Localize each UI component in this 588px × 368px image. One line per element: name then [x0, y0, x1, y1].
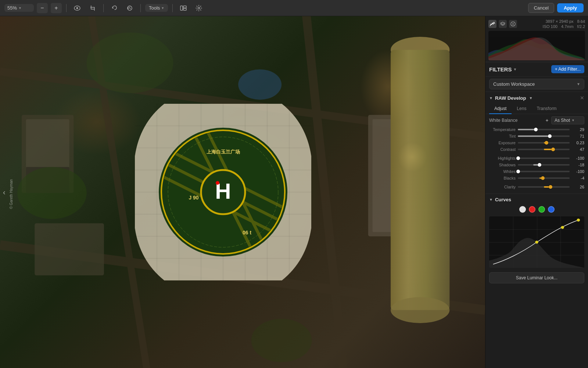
save-luminar-look-button[interactable]: Save Luminar Look... [489, 272, 584, 283]
curve-red-channel[interactable] [529, 206, 535, 213]
raw-develop-header[interactable]: ▼ RAW Develop ▼ ✕ [485, 92, 588, 104]
histogram-icon-btn[interactable] [488, 20, 496, 28]
svg-point-25 [87, 32, 173, 93]
exposure-thumb[interactable] [545, 141, 548, 145]
svg-rect-9 [183, 8, 186, 10]
tint-value: 71 [572, 134, 584, 138]
temperature-row: Temperature 29 [489, 127, 584, 132]
svg-text:06 t: 06 t [243, 230, 251, 236]
curves-header[interactable]: ▼ Curves [485, 194, 588, 204]
clarity-thumb[interactable] [549, 185, 552, 189]
curves-section: ▼ Curves [485, 194, 588, 288]
histogram-graph [488, 31, 585, 60]
eyedropper-icon[interactable]: ✦ [545, 118, 549, 123]
preview-button[interactable] [71, 3, 83, 13]
histogram-area: 3897 × 2940 px 8-bit ISO 100 4.7mm f/2.2 [485, 16, 588, 62]
tab-adjust[interactable]: Adjust [489, 104, 512, 114]
canvas-area[interactable]: 上海白玉兰广场 J 90 06 t H ‹ © Gareth Hayman [0, 16, 485, 368]
raw-develop-dropdown-icon: ▼ [529, 96, 533, 100]
curves-expand-icon: ▼ [489, 198, 493, 202]
right-panel: 3897 × 2940 px 8-bit ISO 100 4.7mm f/2.2 [485, 16, 588, 368]
svg-point-23 [391, 297, 449, 323]
whites-slider[interactable] [518, 171, 570, 172]
layout-toggle-button[interactable] [177, 3, 190, 13]
exposure-row: Exposure 0.23 [489, 141, 584, 145]
blacks-row: Blacks -4 [489, 176, 584, 180]
curve-green-channel[interactable] [538, 206, 545, 213]
clarity-label: Clarity [489, 185, 516, 189]
workspace-label: Custom Workspace [493, 81, 535, 87]
blacks-value: -4 [572, 176, 584, 180]
curves-line-svg [489, 216, 584, 268]
whites-thumb[interactable] [516, 170, 520, 173]
tools-menu[interactable]: Tools ▼ [145, 4, 168, 12]
crop-button[interactable] [86, 3, 99, 13]
workspace-row: Custom Workspace ▼ [485, 77, 588, 92]
highlights-slider[interactable] [518, 158, 570, 159]
svg-rect-4 [94, 7, 95, 11]
apply-button[interactable]: Apply [557, 3, 584, 13]
settings-icon [196, 5, 202, 11]
layout-icon [180, 6, 187, 11]
whites-value: -100 [572, 169, 584, 174]
add-filter-label: + Add Filter... [555, 67, 581, 72]
settings-button[interactable] [193, 3, 205, 13]
shadows-thumb[interactable] [538, 163, 541, 167]
raw-develop-title: RAW Develop [495, 95, 526, 101]
info-icons [488, 20, 517, 28]
blacks-thumb[interactable] [541, 176, 545, 180]
clarity-slider[interactable] [518, 186, 570, 188]
temperature-slider[interactable] [518, 129, 570, 130]
svg-rect-18 [35, 223, 104, 275]
layers-icon-btn[interactable] [499, 20, 507, 28]
temperature-thumb[interactable] [534, 128, 538, 131]
white-balance-controls: ✦ As Shot ▼ [545, 116, 584, 124]
zoom-in-button[interactable]: + [51, 3, 62, 13]
zoom-value: 55% [7, 5, 17, 11]
filters-dropdown-icon[interactable]: ▼ [513, 67, 517, 71]
exposure-slider[interactable] [518, 142, 570, 144]
eye-icon [74, 6, 80, 11]
tint-slider[interactable] [518, 135, 570, 137]
tint-thumb[interactable] [548, 134, 552, 138]
shadows-row: Shadows -18 [489, 163, 584, 167]
tab-lens[interactable]: Lens [512, 104, 531, 114]
highlights-thumb[interactable] [516, 156, 520, 160]
image-exif: ISO 100 4.7mm f/2.2 [543, 24, 585, 29]
zoom-control[interactable]: 55% ▼ [4, 4, 34, 12]
contrast-thumb[interactable] [551, 148, 555, 151]
svg-point-26 [251, 319, 312, 362]
tools-arrow: ▼ [161, 6, 164, 10]
curve-white-channel[interactable] [519, 206, 526, 213]
raw-develop-close-button[interactable]: ✕ [580, 95, 584, 101]
zoom-out-button[interactable]: − [37, 3, 48, 13]
info-icon-btn[interactable] [509, 20, 517, 28]
blacks-slider[interactable] [518, 177, 570, 179]
curves-channel-dots [485, 204, 588, 215]
add-filter-button[interactable]: + Add Filter... [551, 65, 584, 73]
contrast-row: Contrast 47 [489, 147, 584, 152]
temperature-value: 29 [572, 127, 584, 132]
tab-transform[interactable]: Transform [531, 104, 562, 114]
white-balance-selector[interactable]: As Shot ▼ [551, 116, 584, 124]
svg-text:上海白玉兰广场: 上海白玉兰广场 [207, 149, 240, 155]
curves-graph[interactable] [489, 216, 584, 268]
tint-fill [518, 135, 550, 137]
svg-rect-8 [183, 6, 186, 8]
curve-point-high[interactable] [561, 226, 564, 229]
whites-row: Whites -100 [489, 169, 584, 174]
contrast-slider[interactable] [518, 149, 570, 150]
nav-prev-button[interactable]: ‹ [3, 188, 6, 197]
cancel-button[interactable]: Cancel [528, 3, 554, 13]
workspace-selector[interactable]: Custom Workspace ▼ [489, 79, 584, 89]
undo-button[interactable] [108, 3, 121, 13]
curve-point-mid[interactable] [535, 241, 538, 244]
curve-blue-channel[interactable] [548, 206, 555, 213]
curve-point-top[interactable] [577, 219, 580, 222]
filters-header: FILTERS ▼ + Add Filter... [485, 62, 588, 77]
shadows-slider[interactable] [518, 164, 570, 166]
highlights-label: Highlights [489, 156, 516, 160]
helipad: 上海白玉兰广场 J 90 06 t H [157, 126, 289, 258]
temperature-fill [518, 129, 536, 130]
history-button[interactable] [123, 3, 136, 13]
